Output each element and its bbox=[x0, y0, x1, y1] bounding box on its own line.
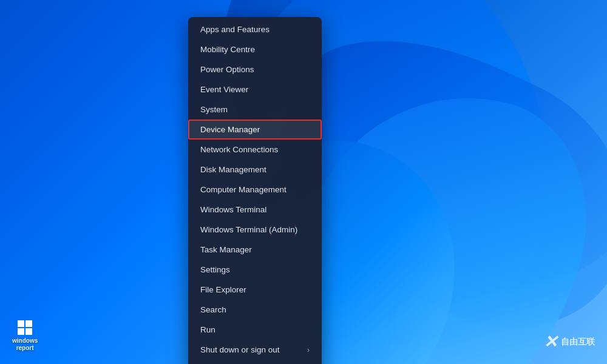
menu-item-system[interactable]: System bbox=[188, 99, 322, 120]
menu-item-label-run: Run bbox=[200, 325, 215, 334]
menu-item-label-windows-terminal-admin: Windows Terminal (Admin) bbox=[200, 225, 297, 234]
menu-item-windows-terminal-admin[interactable]: Windows Terminal (Admin) bbox=[188, 220, 322, 240]
menu-item-event-viewer[interactable]: Event Viewer bbox=[188, 79, 322, 99]
menu-item-label-settings: Settings bbox=[200, 265, 230, 274]
menu-item-mobility-centre[interactable]: Mobility Centre bbox=[188, 39, 322, 59]
menu-item-label-network-connections: Network Connections bbox=[200, 145, 278, 154]
menu-item-label-system: System bbox=[200, 105, 228, 114]
menu-item-task-manager[interactable]: Task Manager bbox=[188, 240, 322, 260]
menu-item-label-file-explorer: File Explorer bbox=[200, 285, 246, 294]
submenu-arrow-icon: › bbox=[307, 346, 310, 354]
menu-item-label-search: Search bbox=[200, 305, 226, 314]
context-menu: Apps and FeaturesMobility CentrePower Op… bbox=[188, 17, 322, 364]
menu-item-shut-down-sign-out[interactable]: Shut down or sign out› bbox=[188, 340, 322, 360]
menu-item-computer-management[interactable]: Computer Management bbox=[188, 180, 322, 200]
menu-item-device-manager[interactable]: Device Manager bbox=[188, 120, 322, 140]
menu-item-label-apps-features: Apps and Features bbox=[200, 25, 270, 34]
menu-item-apps-features[interactable]: Apps and Features bbox=[188, 19, 322, 39]
menu-item-file-explorer[interactable]: File Explorer bbox=[188, 280, 322, 300]
brand-line1: windows bbox=[12, 337, 38, 344]
brand-line2: report bbox=[16, 345, 34, 351]
watermark: ✕ 自由互联 bbox=[543, 332, 595, 352]
menu-item-label-task-manager: Task Manager bbox=[200, 245, 252, 254]
menu-item-label-computer-management: Computer Management bbox=[200, 185, 287, 194]
menu-item-label-windows-terminal: Windows Terminal bbox=[200, 205, 266, 214]
menu-item-power-options[interactable]: Power Options bbox=[188, 59, 322, 79]
menu-item-disk-management[interactable]: Disk Management bbox=[188, 160, 322, 180]
menu-item-desktop[interactable]: Desktop bbox=[188, 360, 322, 364]
menu-item-label-power-options: Power Options bbox=[200, 65, 254, 74]
menu-item-network-connections[interactable]: Network Connections bbox=[188, 140, 322, 160]
menu-item-run[interactable]: Run bbox=[188, 320, 322, 340]
menu-item-label-disk-management: Disk Management bbox=[200, 165, 266, 174]
menu-item-label-event-viewer: Event Viewer bbox=[200, 85, 248, 94]
menu-item-label-device-manager: Device Manager bbox=[200, 125, 260, 134]
watermark-text: 自由互联 bbox=[561, 337, 595, 348]
menu-item-label-mobility-centre: Mobility Centre bbox=[200, 45, 255, 54]
menu-item-windows-terminal[interactable]: Windows Terminal bbox=[188, 200, 322, 220]
windows-report-logo: windows report bbox=[12, 320, 38, 352]
menu-item-label-shut-down-sign-out: Shut down or sign out bbox=[200, 345, 280, 354]
menu-item-settings[interactable]: Settings bbox=[188, 260, 322, 280]
watermark-x-icon: ✕ bbox=[543, 332, 557, 352]
menu-item-search[interactable]: Search bbox=[188, 300, 322, 320]
